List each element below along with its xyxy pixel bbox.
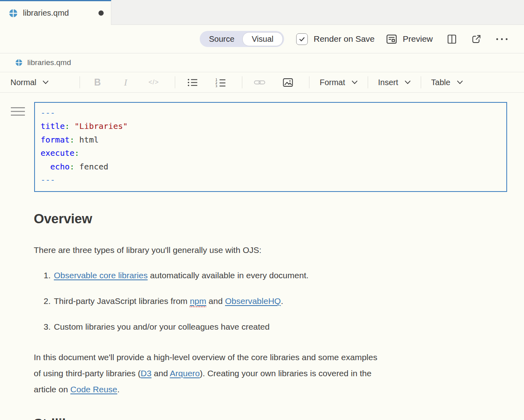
yaml-fence: --- xyxy=(41,108,55,118)
quarto-icon xyxy=(15,59,23,66)
doc-link[interactable]: ObservableHQ xyxy=(225,296,281,306)
text-run: ). Creating your own libraries is covere… xyxy=(200,369,371,378)
text-run: and xyxy=(151,369,170,378)
yaml-colon: : xyxy=(65,121,70,131)
mode-toggle: Source Visual xyxy=(200,31,284,47)
bold-button[interactable]: B xyxy=(88,77,106,88)
unsaved-changes-indicator[interactable] xyxy=(98,10,104,16)
chevron-down-icon xyxy=(352,80,358,84)
tab-bar: libraries.qmd xyxy=(0,0,524,25)
tab-bar-empty-area xyxy=(111,0,524,25)
document-body: Overview There are three types of librar… xyxy=(0,211,524,420)
editor-toolbar: Source Visual Render on Save Preview xyxy=(0,25,524,53)
text-run: article on xyxy=(34,385,70,394)
closing-paragraph: In this document we'll provide a high-le… xyxy=(34,349,524,398)
format-menu[interactable]: Format xyxy=(318,78,359,87)
toolbar-divider xyxy=(80,76,80,88)
list-item: 1. Observable core libraries automatical… xyxy=(34,271,524,280)
intro-paragraph: There are three types of library you'll … xyxy=(34,245,524,255)
more-actions-button[interactable] xyxy=(495,37,508,41)
yaml-value: "Libraries" xyxy=(70,121,127,131)
yaml-value: fenced xyxy=(74,162,108,171)
tab-libraries-qmd[interactable]: libraries.qmd xyxy=(0,0,111,25)
yaml-front-matter-block[interactable]: --- title:"Libraries" format:html execut… xyxy=(34,102,507,192)
text-run: automatically available in every documen… xyxy=(147,271,308,280)
insert-menu[interactable]: Insert xyxy=(377,78,412,87)
paragraph-style-dropdown[interactable]: Normal xyxy=(9,78,50,87)
link-button[interactable] xyxy=(251,79,268,86)
yaml-colon: : xyxy=(70,162,74,171)
bullet-list-icon xyxy=(187,78,198,87)
numbered-list-button[interactable]: 123 xyxy=(212,78,229,87)
text-run: Custom libraries you and/or your colleag… xyxy=(54,322,270,331)
yaml-key: execute xyxy=(41,148,74,158)
yaml-key: echo xyxy=(50,162,70,171)
doc-link[interactable]: Observable core libraries xyxy=(54,271,147,280)
link-icon xyxy=(254,79,265,86)
doc-link[interactable]: npm xyxy=(190,296,206,306)
list-item-text: Custom libraries you and/or your colleag… xyxy=(54,322,270,332)
render-on-save-label: Render on Save xyxy=(314,34,375,44)
code-icon: </> xyxy=(148,79,159,86)
image-icon xyxy=(282,77,293,88)
italic-button[interactable]: I xyxy=(117,77,134,88)
ellipsis-icon xyxy=(495,37,508,41)
image-button[interactable] xyxy=(279,77,297,88)
yaml-colon: : xyxy=(74,148,79,158)
format-menu-label: Format xyxy=(319,78,345,87)
block-options-button[interactable] xyxy=(10,106,25,117)
toolbar-divider xyxy=(242,76,242,88)
preview-icon xyxy=(386,33,397,45)
toolbar-divider xyxy=(368,76,368,88)
list-item-text: Observable core libraries automatically … xyxy=(54,271,309,280)
paragraph-line: article on Code Reuse. xyxy=(34,381,524,398)
source-mode-button[interactable]: Source xyxy=(201,33,242,46)
doc-link[interactable]: D3 xyxy=(141,369,151,378)
bold-icon: B xyxy=(94,77,101,88)
preview-label: Preview xyxy=(403,34,433,44)
chevron-down-icon xyxy=(405,80,411,84)
overview-heading: Overview xyxy=(34,211,524,226)
visual-mode-button[interactable]: Visual xyxy=(242,32,282,46)
yaml-value: html xyxy=(74,135,98,145)
render-on-save-checkbox[interactable] xyxy=(296,33,308,45)
insert-menu-label: Insert xyxy=(378,78,398,87)
text-run: . xyxy=(117,385,120,394)
toolbar-divider xyxy=(309,76,309,88)
table-menu-label: Table xyxy=(431,78,450,87)
toolbar-divider xyxy=(421,76,421,88)
split-editor-button[interactable] xyxy=(446,34,457,45)
stdlib-heading: Stdlib xyxy=(34,416,524,420)
doc-link[interactable]: Arquero xyxy=(170,369,200,378)
bullet-list-button[interactable] xyxy=(184,78,201,87)
numbered-list-icon: 123 xyxy=(215,78,226,87)
visual-editor-canvas: --- title:"Libraries" format:html execut… xyxy=(0,93,524,420)
list-item-marker: 3. xyxy=(34,322,51,332)
inline-code-button[interactable]: </> xyxy=(145,79,162,86)
hamburger-icon xyxy=(10,106,25,117)
chevron-down-icon xyxy=(457,80,463,84)
yaml-colon: : xyxy=(70,135,74,145)
list-item: 2. Third-party JavaScript libraries from… xyxy=(34,296,524,306)
list-item-text: Third-party JavaScript libraries from np… xyxy=(54,296,283,306)
paragraph-line: of using third-party libraries (D3 and A… xyxy=(34,365,524,381)
preview-button[interactable]: Preview xyxy=(386,33,433,45)
spellcheck-underline: npm xyxy=(190,296,206,306)
quarto-icon xyxy=(9,9,18,18)
paragraph-style-value: Normal xyxy=(10,78,36,87)
format-toolbar: Normal B I </> 123 Format Insert xyxy=(0,72,524,93)
list-item-marker: 2. xyxy=(34,296,51,306)
table-menu[interactable]: Table xyxy=(430,78,465,87)
svg-text:3: 3 xyxy=(215,84,217,87)
text-run: . xyxy=(281,296,283,306)
text-run: In this document we'll provide a high-le… xyxy=(34,353,377,362)
render-on-save-control[interactable]: Render on Save xyxy=(296,33,375,45)
list-item-marker: 1. xyxy=(34,271,51,280)
open-external-button[interactable] xyxy=(471,34,482,45)
doc-link[interactable]: Code Reuse xyxy=(70,385,117,394)
breadcrumb[interactable]: libraries.qmd xyxy=(0,53,524,72)
list-item: 3. Custom libraries you and/or your coll… xyxy=(34,322,524,332)
text-run: of using third-party libraries ( xyxy=(34,369,141,378)
open-external-icon xyxy=(471,34,482,45)
text-run: Third-party JavaScript libraries from xyxy=(54,296,190,306)
